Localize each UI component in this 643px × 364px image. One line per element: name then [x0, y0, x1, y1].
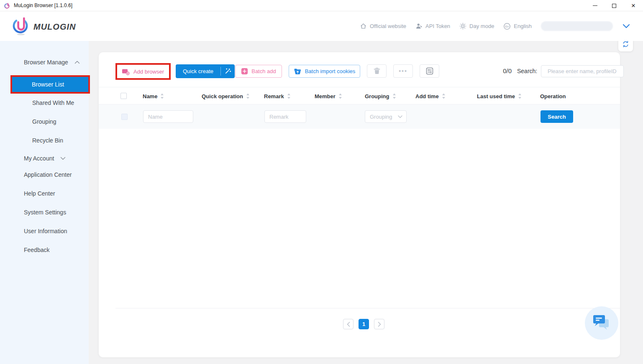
sort-icon[interactable] [392, 93, 396, 99]
column-label: Remark [264, 93, 284, 99]
account-name-blurred[interactable] [541, 21, 613, 31]
trash-icon [373, 67, 381, 75]
support-chat-button[interactable] [585, 306, 618, 340]
sort-icon[interactable] [287, 93, 291, 99]
close-icon: ✕ [631, 3, 636, 8]
sort-icon[interactable] [338, 93, 342, 99]
account-chevron-down-icon[interactable] [622, 24, 630, 29]
maximize-button[interactable] [605, 0, 624, 11]
column-header-member: Member [315, 87, 342, 105]
sidebar-item-label: Shared With Me [32, 99, 74, 106]
sidebar-item-user-information[interactable]: User Information [0, 225, 89, 237]
sidebar-group-my-account[interactable]: My Account [0, 153, 89, 164]
pagination-page-1[interactable]: 1 [359, 319, 369, 329]
import-folder-icon [294, 68, 302, 75]
column-settings-button[interactable] [420, 64, 439, 78]
column-label: Last used time [477, 93, 515, 99]
nav-label: API Token [425, 23, 450, 29]
more-actions-button[interactable]: ••• [393, 64, 413, 78]
sidebar-item-recycle-bin[interactable]: Recycle Bin [0, 135, 89, 146]
sort-icon[interactable] [518, 93, 522, 99]
sidebar-item-system-settings[interactable]: System Settings [0, 206, 89, 218]
column-header-grouping: Grouping [365, 87, 396, 105]
search-label: Search: [517, 68, 537, 74]
sort-icon[interactable] [246, 93, 250, 99]
delete-button[interactable] [367, 64, 387, 78]
column-header-name: Name [143, 87, 164, 105]
batch-import-cookies-label: Batch import cookies [305, 68, 356, 74]
official-website-link[interactable]: Official website [360, 23, 406, 30]
sidebar-item-label: Application Center [24, 171, 72, 178]
batch-add-button[interactable]: Batch add [235, 65, 282, 78]
refresh-icon [622, 40, 630, 48]
home-icon [360, 23, 367, 30]
language-selector[interactable]: En English [503, 23, 532, 30]
nav-label: English [514, 23, 532, 29]
sidebar-item-label: System Settings [24, 209, 66, 216]
column-header-remark: Remark [264, 87, 291, 105]
batch-import-cookies-button[interactable]: Batch import cookies [289, 65, 360, 78]
sidebar-item-browser-list[interactable]: Browser List [12, 77, 88, 92]
chevron-up-icon [74, 61, 80, 64]
svg-text:En: En [505, 25, 509, 28]
add-browser-icon [122, 68, 130, 75]
pagination-next-button[interactable] [374, 319, 384, 329]
annotation-highlight-browser-list: Browser List [10, 75, 90, 94]
sidebar-group-browser-manage[interactable]: Browser Manage [0, 56, 89, 68]
annotation-highlight-add-browser: Add browser [115, 63, 171, 80]
nav-label: Day mode [469, 23, 494, 29]
global-search-box [541, 65, 624, 77]
column-header-quick-operation: Quick operation [202, 87, 250, 105]
selection-count: 0/0 [486, 67, 512, 74]
chevron-right-icon [378, 322, 381, 327]
brand-logo: MULOGIN [12, 17, 76, 36]
day-mode-toggle[interactable]: Day mode [459, 23, 494, 30]
sidebar-item-label: Grouping [32, 118, 56, 125]
filter-grouping-select[interactable]: Grouping [365, 110, 407, 123]
table-header-row: Name Quick operation Remark Member Group… [99, 87, 620, 104]
table-filter-row: Grouping Search [99, 104, 620, 129]
sidebar-item-label: User Information [24, 228, 67, 234]
column-header-add-time: Add time [415, 87, 446, 105]
app-window: MuLogin Browser [1.1.0.6] ✕ MULOGIN [0, 0, 643, 364]
window-controls: ✕ [585, 0, 643, 11]
quick-create-button[interactable]: Quick create [176, 64, 235, 78]
chevron-left-icon [347, 322, 350, 327]
plus-square-icon [241, 68, 248, 75]
sort-icon[interactable] [160, 93, 164, 99]
sun-icon [459, 23, 466, 30]
search-input[interactable] [548, 68, 621, 74]
sidebar-item-grouping[interactable]: Grouping [0, 116, 89, 127]
sidebar-item-label: Help Center [24, 190, 55, 197]
sidebar-item-application-center[interactable]: Application Center [0, 169, 89, 181]
sidebar-item-help-center[interactable]: Help Center [0, 188, 89, 199]
row-checkbox[interactable] [121, 114, 128, 120]
minimize-button[interactable] [585, 0, 605, 11]
sidebar-item-shared-with-me[interactable]: Shared With Me [0, 97, 89, 109]
titlebar: MuLogin Browser [1.1.0.6] ✕ [0, 0, 643, 11]
language-icon: En [503, 23, 511, 30]
filter-name-input[interactable] [143, 110, 193, 123]
batch-add-label: Batch add [251, 68, 276, 74]
add-browser-button[interactable]: Add browser [117, 65, 169, 78]
filter-remark-input[interactable] [264, 110, 306, 123]
quick-create-label: Quick create [176, 64, 220, 78]
magic-wand-icon[interactable] [221, 64, 235, 78]
column-label: Grouping [365, 93, 389, 99]
pagination-prev-button[interactable] [343, 319, 354, 329]
column-label: Quick operation [202, 93, 243, 99]
sort-icon[interactable] [442, 93, 446, 99]
select-all-checkbox[interactable] [120, 93, 127, 99]
maximize-icon [612, 4, 616, 8]
filter-search-button[interactable]: Search [541, 110, 573, 123]
column-header-operation: Operation [540, 87, 566, 105]
chevron-down-icon [398, 115, 402, 118]
sidebar: Browser Manage Browser List Shared With … [0, 41, 89, 364]
brand-logo-text: MULOGIN [33, 22, 76, 32]
close-button[interactable]: ✕ [624, 0, 643, 11]
chat-bubbles-icon [592, 314, 611, 332]
api-token-link[interactable]: API Token [415, 23, 450, 30]
sidebar-item-feedback[interactable]: Feedback [0, 244, 89, 256]
mulogin-logo-icon [12, 17, 30, 36]
nav-label: Official website [370, 23, 406, 29]
